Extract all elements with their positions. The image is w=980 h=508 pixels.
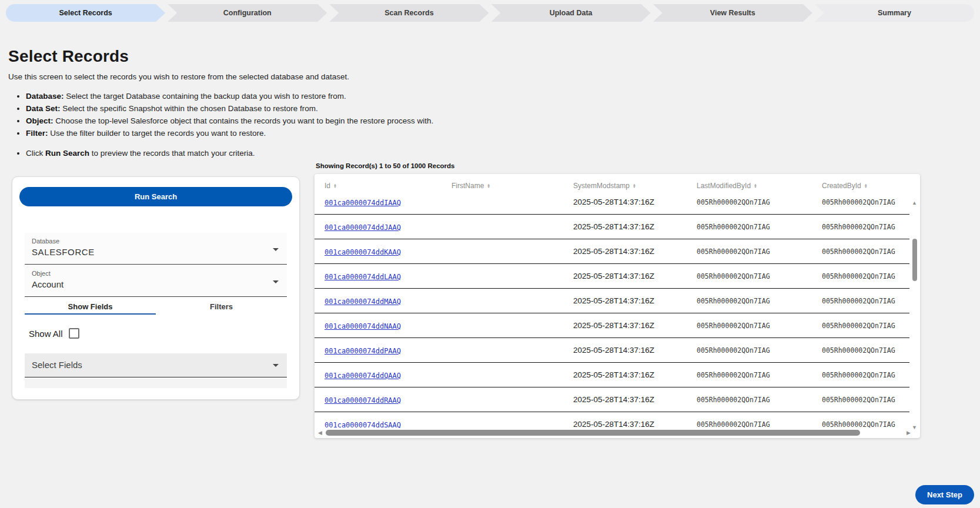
chevron-down-icon xyxy=(273,364,279,367)
cell-last-modified-by-id: 005Rh000002QOn7IAG xyxy=(697,223,822,231)
cell-last-modified-by-id: 005Rh000002QOn7IAG xyxy=(697,322,822,330)
cell-last-modified-by-id: 005Rh000002QOn7IAG xyxy=(697,371,822,379)
cell-system-modstamp: 2025-05-28T14:37:16Z xyxy=(573,296,697,305)
next-step-button[interactable]: Next Step xyxy=(915,485,974,504)
table-header-row: Id FirstName SystemModstamp LastModified… xyxy=(315,174,920,198)
horizontal-scroll-thumb[interactable] xyxy=(326,430,860,436)
record-id-link[interactable]: 001ca0000074ddPAAQ xyxy=(325,347,401,355)
table-row: 001ca0000074ddMAAQ 2025-05-28T14:37:16Z … xyxy=(315,289,909,313)
chevron-down-icon xyxy=(273,248,279,251)
cell-id: 001ca0000074ddLAAQ xyxy=(325,271,451,282)
cell-created-by-id: 005Rh000002QOn7IAG xyxy=(822,420,909,429)
select-fields-dropdown[interactable]: Select Fields xyxy=(25,353,287,377)
scroll-up-icon[interactable]: ▲ xyxy=(912,200,917,206)
instruction-item: Click Run Search to preview the records … xyxy=(26,147,737,159)
cell-created-by-id: 005Rh000002QOn7IAG xyxy=(822,272,909,280)
object-label: Object xyxy=(32,270,280,277)
table-row: 001ca0000074ddSAAQ 2025-05-28T14:37:16Z … xyxy=(315,412,909,428)
record-id-link[interactable]: 001ca0000074ddMAAQ xyxy=(325,298,401,306)
cell-last-modified-by-id: 005Rh000002QOn7IAG xyxy=(697,198,822,206)
search-panel: Run Search Database SALESFORCE Object Ac… xyxy=(12,176,300,400)
wizard-step-label: Scan Records xyxy=(384,9,433,17)
page-title: Select Records xyxy=(8,47,737,66)
cell-last-modified-by-id: 005Rh000002QOn7IAG xyxy=(697,248,822,256)
cell-system-modstamp: 2025-05-28T14:37:16Z xyxy=(573,222,697,231)
chevron-down-icon xyxy=(273,280,279,283)
record-id-link[interactable]: 001ca0000074ddRAAQ xyxy=(325,396,401,405)
cell-id: 001ca0000074ddKAAQ xyxy=(325,246,451,257)
show-all-label: Show All xyxy=(29,329,63,339)
run-search-button[interactable]: Run Search xyxy=(19,187,292,206)
cell-created-by-id: 005Rh000002QOn7IAG xyxy=(822,396,909,404)
record-id-link[interactable]: 001ca0000074ddJAAQ xyxy=(325,223,401,232)
column-label: CreatedById xyxy=(822,182,861,190)
wizard-step-label: Select Records xyxy=(59,9,112,17)
table-column-header[interactable]: Id xyxy=(325,182,451,190)
column-label: LastModifiedById xyxy=(697,182,751,190)
record-id-link[interactable]: 001ca0000074ddIAAQ xyxy=(325,199,401,207)
record-id-link[interactable]: 001ca0000074ddKAAQ xyxy=(325,248,401,256)
object-select[interactable]: Object Account xyxy=(25,265,287,297)
object-value: Account xyxy=(32,279,280,289)
wizard-step[interactable]: View Results xyxy=(653,4,812,22)
wizard-step[interactable]: Summary xyxy=(815,4,974,22)
database-select[interactable]: Database SALESFORCE xyxy=(25,233,287,265)
cell-id: 001ca0000074ddMAAQ xyxy=(325,296,451,306)
instruction-item: Database: Select the target Database con… xyxy=(26,90,737,102)
instruction-list: Database: Select the target Database con… xyxy=(8,90,737,159)
cell-created-by-id: 005Rh000002QOn7IAG xyxy=(822,223,909,231)
cell-id: 001ca0000074ddPAAQ xyxy=(325,345,451,356)
cell-created-by-id: 005Rh000002QOn7IAG xyxy=(822,371,909,379)
wizard-step[interactable]: Select Records xyxy=(6,4,165,22)
wizard-step[interactable]: Configuration xyxy=(168,4,327,22)
table-column-header[interactable]: LastModifiedById xyxy=(697,182,822,190)
table-column-header[interactable]: SystemModstamp xyxy=(573,182,697,190)
horizontal-scroll-track[interactable] xyxy=(324,430,905,436)
table-column-header[interactable]: FirstName xyxy=(451,182,573,190)
results-summary: Showing Record(s) 1 to 50 of 1000 Record… xyxy=(316,162,454,169)
vertical-scroll-thumb[interactable] xyxy=(912,239,917,281)
cell-last-modified-by-id: 005Rh000002QOn7IAG xyxy=(697,396,822,404)
select-fields-strip xyxy=(25,379,287,388)
cell-id: 001ca0000074ddRAAQ xyxy=(325,395,451,405)
cell-created-by-id: 005Rh000002QOn7IAG xyxy=(822,198,909,206)
sort-icon xyxy=(487,183,490,189)
scroll-left-icon[interactable]: ◀ xyxy=(318,430,322,436)
page-subtitle: Use this screen to select the records yo… xyxy=(8,72,737,81)
record-id-link[interactable]: 001ca0000074ddSAAQ xyxy=(325,421,401,429)
cell-system-modstamp: 2025-05-28T14:37:16Z xyxy=(573,370,697,379)
tab-show-fields[interactable]: Show Fields xyxy=(25,298,156,315)
column-label: FirstName xyxy=(451,182,484,190)
cell-created-by-id: 005Rh000002QOn7IAG xyxy=(822,346,909,355)
wizard-step[interactable]: Scan Records xyxy=(329,4,489,22)
horizontal-scrollbar[interactable]: ◀ ▶ xyxy=(318,429,911,436)
cell-system-modstamp: 2025-05-28T14:37:16Z xyxy=(573,395,697,404)
cell-system-modstamp: 2025-05-28T14:37:16Z xyxy=(573,247,697,256)
column-label: Id xyxy=(325,182,330,190)
cell-system-modstamp: 2025-05-28T14:37:16Z xyxy=(573,420,697,428)
cell-last-modified-by-id: 005Rh000002QOn7IAG xyxy=(697,420,822,429)
instruction-item: Filter: Use the filter builder to target… xyxy=(26,127,737,139)
tab-filters[interactable]: Filters xyxy=(156,298,287,315)
scroll-down-icon[interactable]: ▼ xyxy=(912,425,917,430)
cell-system-modstamp: 2025-05-28T14:37:16Z xyxy=(573,198,697,206)
table-column-header[interactable]: CreatedById xyxy=(822,182,920,190)
cell-last-modified-by-id: 005Rh000002QOn7IAG xyxy=(697,346,822,355)
record-id-link[interactable]: 001ca0000074ddQAAQ xyxy=(325,372,401,380)
record-id-link[interactable]: 001ca0000074ddNAAQ xyxy=(325,322,401,330)
cell-id: 001ca0000074ddJAAQ xyxy=(325,222,451,232)
wizard-step[interactable]: Upload Data xyxy=(491,4,651,22)
scroll-right-icon[interactable]: ▶ xyxy=(907,430,911,436)
show-all-row: Show All xyxy=(29,328,79,339)
cell-system-modstamp: 2025-05-28T14:37:16Z xyxy=(573,346,697,355)
vertical-scrollbar[interactable]: ▲ ▼ xyxy=(911,200,919,430)
table-row: 001ca0000074ddPAAQ 2025-05-28T14:37:16Z … xyxy=(315,338,909,363)
cell-created-by-id: 005Rh000002QOn7IAG xyxy=(822,248,909,256)
table-row: 001ca0000074ddKAAQ 2025-05-28T14:37:16Z … xyxy=(315,239,909,264)
database-value: SALESFORCE xyxy=(32,247,280,257)
fields-filters-tabs: Show Fields Filters xyxy=(25,298,287,315)
instruction-item: Data Set: Select the specific Snapshot w… xyxy=(26,102,737,115)
sort-icon xyxy=(333,183,337,189)
show-all-checkbox[interactable] xyxy=(69,328,79,339)
record-id-link[interactable]: 001ca0000074ddLAAQ xyxy=(325,273,401,281)
